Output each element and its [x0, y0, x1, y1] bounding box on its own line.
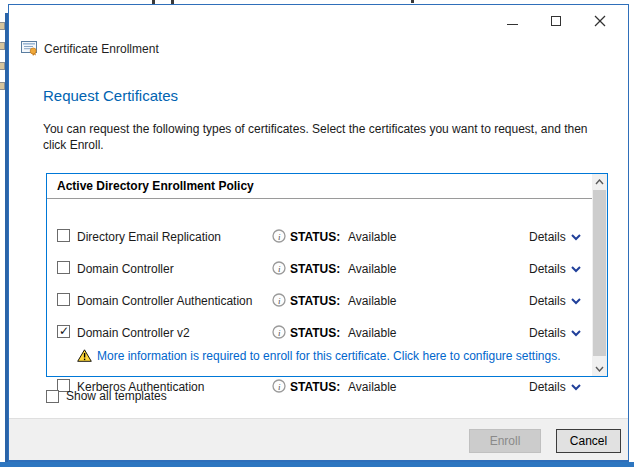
page-title: Request Certificates	[43, 87, 178, 104]
details-button[interactable]: Details	[529, 262, 581, 276]
details-button[interactable]: Details	[529, 326, 581, 340]
scrollbar-thumb[interactable]	[593, 190, 606, 356]
chevron-down-icon	[571, 234, 581, 241]
minimize-icon	[507, 24, 518, 25]
info-icon: i	[272, 379, 286, 396]
template-name: Directory Email Replication	[77, 230, 221, 244]
status-label: STATUS:	[290, 294, 340, 308]
table-row: Domain Controller Authentication i STATU…	[47, 293, 592, 308]
chevron-down-icon	[571, 298, 581, 305]
scroll-down-button[interactable]	[592, 361, 607, 376]
certificate-enrollment-dialog: Certificate Enrollment Request Certifica…	[8, 4, 629, 462]
table-row: Directory Email Replication i STATUS: Av…	[47, 229, 592, 244]
scroll-up-button[interactable]	[592, 174, 607, 189]
certificate-icon	[21, 41, 38, 56]
maximize-button[interactable]	[534, 7, 578, 35]
template-checkbox[interactable]	[57, 325, 70, 338]
minimize-button[interactable]	[490, 7, 534, 35]
enrollment-policy-header: Active Directory Enrollment Policy	[57, 179, 254, 193]
certificate-template-list: Active Directory Enrollment Policy Direc…	[46, 173, 608, 377]
background-text-fragment	[411, 0, 414, 3]
window-caption-buttons	[490, 7, 622, 35]
background-list-icon-fragment	[0, 22, 5, 30]
template-checkbox[interactable]	[57, 229, 70, 242]
status-value: Available	[348, 262, 396, 276]
dialog-footer: Enroll Cancel	[9, 418, 628, 460]
show-all-templates-checkbox[interactable]	[46, 390, 59, 403]
template-name: Domain Controller Authentication	[77, 294, 252, 308]
show-all-templates-control: Show all templates	[46, 389, 167, 403]
maximize-icon	[551, 16, 561, 26]
desktop: { "header": { "app_name": "Certificate E…	[0, 0, 634, 467]
info-icon: i	[272, 229, 286, 246]
enroll-button[interactable]: Enroll	[469, 429, 541, 453]
template-checkbox[interactable]	[57, 293, 70, 306]
info-icon: i	[272, 325, 286, 342]
status-label: STATUS:	[290, 262, 340, 276]
status-value: Available	[348, 294, 396, 308]
warning-icon	[77, 349, 92, 365]
table-row: Domain Controller v2 i STATUS: Available…	[47, 325, 592, 340]
details-button[interactable]: Details	[529, 294, 581, 308]
close-icon	[594, 15, 606, 27]
app-header: Certificate Enrollment	[21, 41, 159, 56]
details-button[interactable]: Details	[529, 230, 581, 244]
template-checkbox[interactable]	[57, 261, 70, 274]
status-value: Available	[348, 326, 396, 340]
show-all-templates-label: Show all templates	[66, 389, 167, 403]
chevron-down-icon	[571, 330, 581, 337]
close-button[interactable]	[578, 7, 622, 35]
details-button[interactable]: Details	[529, 380, 581, 394]
app-title: Certificate Enrollment	[44, 42, 159, 56]
status-value: Available	[348, 380, 396, 394]
template-name: Domain Controller	[77, 262, 174, 276]
background-list-icon-fragment	[0, 82, 5, 90]
chevron-down-icon	[571, 384, 581, 391]
status-label: STATUS:	[290, 380, 340, 394]
template-rows: Directory Email Replication i STATUS: Av…	[47, 199, 592, 376]
chevron-down-icon	[571, 266, 581, 273]
vertical-scrollbar[interactable]	[592, 174, 607, 376]
table-row: Domain Controller i STATUS: Available De…	[47, 261, 592, 276]
warning-row: More information is required to enroll f…	[47, 348, 592, 364]
chevron-down-icon	[595, 366, 604, 372]
background-window-bottom-border	[0, 462, 634, 467]
status-label: STATUS:	[290, 326, 340, 340]
info-icon: i	[272, 261, 286, 278]
status-label: STATUS:	[290, 230, 340, 244]
status-value: Available	[348, 230, 396, 244]
configure-settings-link[interactable]: More information is required to enroll f…	[97, 349, 561, 363]
background-list-icon-fragment	[0, 62, 5, 70]
info-icon: i	[272, 293, 286, 310]
template-name: Domain Controller v2	[77, 326, 190, 340]
chevron-up-icon	[595, 179, 604, 185]
page-description: You can request the following types of c…	[43, 121, 599, 153]
background-list-icon-fragment	[0, 42, 5, 50]
cancel-button[interactable]: Cancel	[556, 429, 621, 453]
